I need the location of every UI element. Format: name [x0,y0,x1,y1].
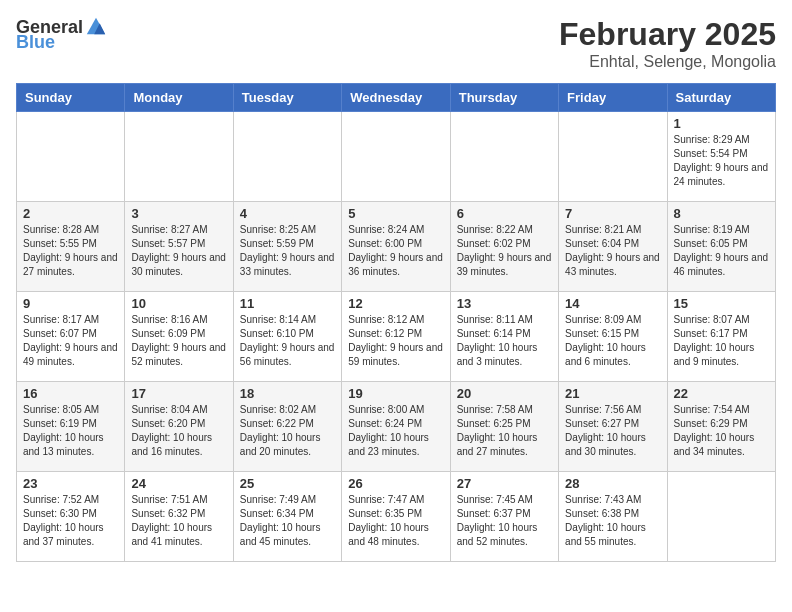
calendar-day-cell: 3Sunrise: 8:27 AM Sunset: 5:57 PM Daylig… [125,202,233,292]
logo-text-blue: Blue [16,32,55,53]
calendar-day-cell [125,112,233,202]
calendar-day-header: Monday [125,84,233,112]
calendar-day-header: Thursday [450,84,558,112]
day-number: 16 [23,386,118,401]
day-info: Sunrise: 7:52 AM Sunset: 6:30 PM Dayligh… [23,493,118,549]
calendar-day-cell: 17Sunrise: 8:04 AM Sunset: 6:20 PM Dayli… [125,382,233,472]
calendar-day-cell: 27Sunrise: 7:45 AM Sunset: 6:37 PM Dayli… [450,472,558,562]
day-number: 28 [565,476,660,491]
calendar-day-cell: 2Sunrise: 8:28 AM Sunset: 5:55 PM Daylig… [17,202,125,292]
day-info: Sunrise: 8:02 AM Sunset: 6:22 PM Dayligh… [240,403,335,459]
day-info: Sunrise: 8:19 AM Sunset: 6:05 PM Dayligh… [674,223,769,279]
day-info: Sunrise: 8:28 AM Sunset: 5:55 PM Dayligh… [23,223,118,279]
day-number: 13 [457,296,552,311]
calendar-day-cell: 12Sunrise: 8:12 AM Sunset: 6:12 PM Dayli… [342,292,450,382]
day-info: Sunrise: 8:29 AM Sunset: 5:54 PM Dayligh… [674,133,769,189]
calendar-day-header: Friday [559,84,667,112]
day-info: Sunrise: 8:12 AM Sunset: 6:12 PM Dayligh… [348,313,443,369]
calendar-day-cell: 13Sunrise: 8:11 AM Sunset: 6:14 PM Dayli… [450,292,558,382]
day-number: 12 [348,296,443,311]
calendar-day-cell: 22Sunrise: 7:54 AM Sunset: 6:29 PM Dayli… [667,382,775,472]
day-info: Sunrise: 8:25 AM Sunset: 5:59 PM Dayligh… [240,223,335,279]
day-number: 24 [131,476,226,491]
day-info: Sunrise: 7:56 AM Sunset: 6:27 PM Dayligh… [565,403,660,459]
day-info: Sunrise: 8:09 AM Sunset: 6:15 PM Dayligh… [565,313,660,369]
subtitle: Enhtal, Selenge, Mongolia [559,53,776,71]
day-number: 5 [348,206,443,221]
day-number: 10 [131,296,226,311]
day-number: 19 [348,386,443,401]
calendar-day-header: Wednesday [342,84,450,112]
calendar-day-cell [450,112,558,202]
day-info: Sunrise: 8:17 AM Sunset: 6:07 PM Dayligh… [23,313,118,369]
calendar-day-cell: 5Sunrise: 8:24 AM Sunset: 6:00 PM Daylig… [342,202,450,292]
calendar-day-cell: 23Sunrise: 7:52 AM Sunset: 6:30 PM Dayli… [17,472,125,562]
day-number: 7 [565,206,660,221]
calendar-header-row: SundayMondayTuesdayWednesdayThursdayFrid… [17,84,776,112]
day-info: Sunrise: 7:47 AM Sunset: 6:35 PM Dayligh… [348,493,443,549]
day-number: 6 [457,206,552,221]
calendar-week-row: 9Sunrise: 8:17 AM Sunset: 6:07 PM Daylig… [17,292,776,382]
day-info: Sunrise: 7:54 AM Sunset: 6:29 PM Dayligh… [674,403,769,459]
day-info: Sunrise: 8:11 AM Sunset: 6:14 PM Dayligh… [457,313,552,369]
day-info: Sunrise: 7:58 AM Sunset: 6:25 PM Dayligh… [457,403,552,459]
calendar-day-cell: 26Sunrise: 7:47 AM Sunset: 6:35 PM Dayli… [342,472,450,562]
day-info: Sunrise: 8:21 AM Sunset: 6:04 PM Dayligh… [565,223,660,279]
calendar-day-cell: 28Sunrise: 7:43 AM Sunset: 6:38 PM Dayli… [559,472,667,562]
calendar-day-cell: 10Sunrise: 8:16 AM Sunset: 6:09 PM Dayli… [125,292,233,382]
title-block: February 2025 Enhtal, Selenge, Mongolia [559,16,776,71]
day-number: 21 [565,386,660,401]
calendar-day-cell: 24Sunrise: 7:51 AM Sunset: 6:32 PM Dayli… [125,472,233,562]
calendar-day-cell: 25Sunrise: 7:49 AM Sunset: 6:34 PM Dayli… [233,472,341,562]
day-number: 1 [674,116,769,131]
main-title: February 2025 [559,16,776,53]
calendar-day-cell: 8Sunrise: 8:19 AM Sunset: 6:05 PM Daylig… [667,202,775,292]
day-number: 26 [348,476,443,491]
day-number: 15 [674,296,769,311]
day-info: Sunrise: 8:14 AM Sunset: 6:10 PM Dayligh… [240,313,335,369]
day-number: 17 [131,386,226,401]
calendar-week-row: 1Sunrise: 8:29 AM Sunset: 5:54 PM Daylig… [17,112,776,202]
day-info: Sunrise: 7:45 AM Sunset: 6:37 PM Dayligh… [457,493,552,549]
calendar-day-header: Saturday [667,84,775,112]
calendar-day-cell [17,112,125,202]
calendar-day-cell [667,472,775,562]
calendar-day-cell: 16Sunrise: 8:05 AM Sunset: 6:19 PM Dayli… [17,382,125,472]
calendar-day-cell: 15Sunrise: 8:07 AM Sunset: 6:17 PM Dayli… [667,292,775,382]
day-number: 20 [457,386,552,401]
day-info: Sunrise: 7:51 AM Sunset: 6:32 PM Dayligh… [131,493,226,549]
day-info: Sunrise: 7:43 AM Sunset: 6:38 PM Dayligh… [565,493,660,549]
day-number: 2 [23,206,118,221]
day-number: 25 [240,476,335,491]
logo-icon [85,16,107,38]
day-number: 18 [240,386,335,401]
calendar-day-cell: 6Sunrise: 8:22 AM Sunset: 6:02 PM Daylig… [450,202,558,292]
day-info: Sunrise: 8:16 AM Sunset: 6:09 PM Dayligh… [131,313,226,369]
calendar-table: SundayMondayTuesdayWednesdayThursdayFrid… [16,83,776,562]
calendar-day-cell: 20Sunrise: 7:58 AM Sunset: 6:25 PM Dayli… [450,382,558,472]
calendar-day-cell [342,112,450,202]
day-info: Sunrise: 7:49 AM Sunset: 6:34 PM Dayligh… [240,493,335,549]
day-number: 27 [457,476,552,491]
day-info: Sunrise: 8:07 AM Sunset: 6:17 PM Dayligh… [674,313,769,369]
calendar-day-cell: 14Sunrise: 8:09 AM Sunset: 6:15 PM Dayli… [559,292,667,382]
calendar-week-row: 2Sunrise: 8:28 AM Sunset: 5:55 PM Daylig… [17,202,776,292]
calendar-week-row: 23Sunrise: 7:52 AM Sunset: 6:30 PM Dayli… [17,472,776,562]
calendar-day-cell: 4Sunrise: 8:25 AM Sunset: 5:59 PM Daylig… [233,202,341,292]
day-info: Sunrise: 8:22 AM Sunset: 6:02 PM Dayligh… [457,223,552,279]
logo: General Blue [16,16,107,53]
day-number: 23 [23,476,118,491]
day-number: 4 [240,206,335,221]
day-info: Sunrise: 8:00 AM Sunset: 6:24 PM Dayligh… [348,403,443,459]
day-number: 22 [674,386,769,401]
day-number: 3 [131,206,226,221]
day-info: Sunrise: 8:04 AM Sunset: 6:20 PM Dayligh… [131,403,226,459]
day-number: 9 [23,296,118,311]
calendar-day-cell: 9Sunrise: 8:17 AM Sunset: 6:07 PM Daylig… [17,292,125,382]
calendar-week-row: 16Sunrise: 8:05 AM Sunset: 6:19 PM Dayli… [17,382,776,472]
calendar-day-cell [559,112,667,202]
calendar-day-cell [233,112,341,202]
day-number: 8 [674,206,769,221]
day-number: 11 [240,296,335,311]
calendar-day-cell: 1Sunrise: 8:29 AM Sunset: 5:54 PM Daylig… [667,112,775,202]
